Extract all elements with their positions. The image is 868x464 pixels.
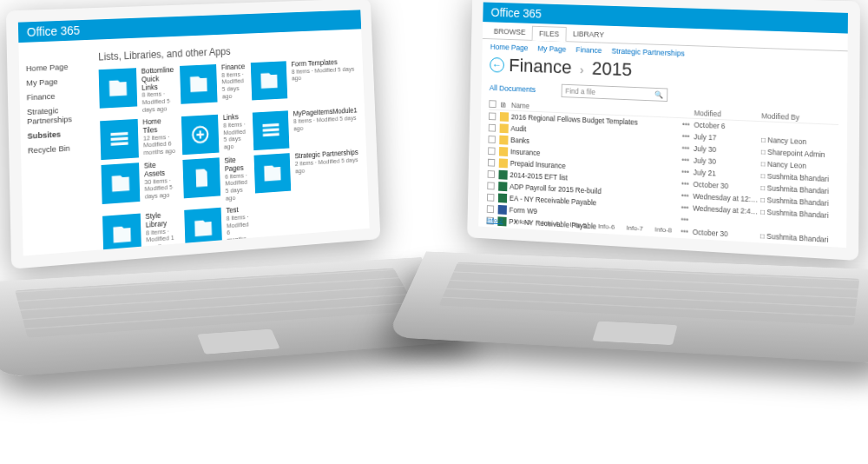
ribbon-tab-files[interactable]: FILES [532,26,567,42]
row-checkbox[interactable] [487,205,494,213]
svg-rect-12 [263,133,279,136]
library-icon [251,61,288,100]
crumb-library[interactable]: Finance [509,55,572,78]
modified-date: October 6 [694,121,761,132]
back-button[interactable]: ← [490,57,504,73]
row-checkbox[interactable] [486,228,493,235]
footer-tab[interactable]: Info-3 [514,217,530,226]
ribbon-tab-library[interactable]: LIBRARY [566,27,610,42]
folder-icon [499,135,508,144]
row-checkbox[interactable] [487,182,494,189]
brand-label: Office 365 [27,23,81,39]
col-modified[interactable]: Modified [694,109,762,120]
xls-icon [498,169,507,179]
app-tile[interactable]: Bottomline Quick Links8 items · Modified… [99,66,175,116]
screen-frame: Office 365 Home PageMy PageFinanceStrate… [6,0,380,269]
tile-sub: 8 items · Modified 6 months ago [227,214,252,252]
tile-title: Home Tiles [142,117,175,136]
app-tile[interactable]: Test8 items · Modified 6 months ago [184,206,251,255]
laptop-device-right: Office 365 BROWSEFILESLIBRARY Home PageM… [451,0,859,400]
row-checkbox[interactable] [488,147,495,155]
laptop-base [386,251,868,364]
ellipsis-menu[interactable]: ••• [681,168,694,176]
app-tile[interactable]: Strategic Partnerships2 items · Modified… [254,149,360,200]
footer-tab[interactable]: Info-7 [626,224,643,233]
ellipsis-menu[interactable]: ••• [681,215,693,225]
tile-sub: 8 items · Modified 5 days ago [292,66,356,83]
library-icon [254,153,292,193]
modified-by [760,224,838,229]
svg-rect-8 [111,142,128,146]
modified-date: June 18 [693,240,760,248]
library-icon [102,214,141,256]
ribbon-tab-browse[interactable]: BROWSE [487,24,532,39]
xls-icon [498,182,507,191]
col-modified-by[interactable]: Modified By [761,111,838,123]
laptop-device-left: Office 365 Home PageMy PageFinanceStrate… [9,9,408,408]
ellipsis-menu[interactable]: ••• [682,120,694,129]
tile-sub: 8 items · Modified 5 days ago [293,115,358,132]
ellipsis-menu[interactable]: ••• [682,132,694,141]
tile-sub: 8 items · Modified 5 days ago [223,121,247,150]
svg-rect-10 [263,123,279,127]
row-checkbox[interactable] [489,112,496,120]
tile-sub: 12 items · Modified 6 months ago [143,133,176,156]
svg-rect-11 [263,128,279,131]
library-icon [184,208,222,249]
global-nav-link[interactable]: Finance [575,45,602,55]
screen-frame: Office 365 BROWSEFILESLIBRARY Home PageM… [467,0,860,261]
app-tile[interactable]: Links8 items · Modified 5 days ago [181,113,247,155]
list-icon [253,110,290,150]
global-nav-link[interactable]: Strategic Partnerships [612,47,685,58]
search-placeholder: Find a file [565,87,595,96]
ellipsis-menu[interactable]: ••• [681,156,694,164]
svg-rect-6 [110,132,128,136]
tile-title: Site Assets [144,161,177,179]
app-tile[interactable]: MyPageItemsModule18 items · Modified 5 d… [253,107,358,150]
footer-tab[interactable]: Info-8 [654,226,672,235]
tile-sub: 8 items · Modified 5 days ago [221,71,246,101]
footer-tab[interactable]: Info-6 [598,222,615,231]
select-all-checkbox[interactable] [489,100,496,108]
tile-title: Bottomline Quick Links [141,66,174,92]
ellipsis-menu[interactable]: ••• [681,191,694,201]
app-tile[interactable]: Home Tiles12 items · Modified 6 months a… [100,117,176,161]
ellipsis-menu[interactable]: ••• [681,179,694,188]
quick-launch-nav: Home PageMy PageFinanceStrategic Partner… [18,40,100,255]
row-checkbox[interactable] [489,123,496,131]
global-nav-link[interactable]: My Page [537,44,566,54]
library-icon [99,68,138,109]
crumb-folder: 2015 [592,57,632,80]
library-icon [102,162,141,204]
row-checkbox[interactable] [488,158,495,166]
ellipsis-menu[interactable]: ••• [681,239,693,248]
global-nav-link[interactable]: Home Page [490,43,529,52]
row-checkbox[interactable] [488,136,495,143]
chevron-right-icon: › [580,63,584,76]
ellipsis-menu[interactable]: ••• [681,203,694,213]
folder-icon [500,123,509,133]
ellipsis-menu[interactable]: ••• [682,143,694,152]
footer-tab[interactable]: Info-2 [486,216,503,225]
row-checkbox[interactable] [487,193,494,201]
tile-sub: 8 items · Modified 1 month ago [146,228,179,252]
row-checkbox[interactable] [488,170,495,178]
folder-icon [499,147,508,156]
app-tile[interactable]: Site Pages6 items · Modified 5 days ago [183,156,250,205]
folder-icon [499,158,508,168]
arrow-left-icon: ← [492,59,502,71]
app-tile[interactable]: Finance8 items · Modified 5 days ago [180,63,247,111]
footer-tab[interactable]: Info-4 [542,219,558,228]
nav-item-strategic-partnerships[interactable]: Strategic Partnerships [25,101,92,129]
app-tile[interactable]: Style Library8 items · Modified 1 month … [102,211,179,256]
app-tile-grid: Bottomline Quick Links8 items · Modified… [99,58,363,256]
app-tile[interactable]: Form Templates8 items · Modified 5 days … [251,58,357,108]
screen-left: Office 365 Home PageMy PageFinanceStrate… [18,10,370,255]
screen-right: Office 365 BROWSEFILESLIBRARY Home PageM… [478,3,848,249]
footer-tab[interactable]: Info-5 [569,221,586,229]
app-tile[interactable]: Site Assets30 items · Modified 5 days ag… [102,161,178,211]
nav-item-recycle-bin[interactable]: Recycle Bin [26,139,93,157]
search-input[interactable]: Find a file 🔍 [562,84,668,102]
modified-by [761,128,838,131]
view-selector[interactable]: All Documents [490,83,536,94]
